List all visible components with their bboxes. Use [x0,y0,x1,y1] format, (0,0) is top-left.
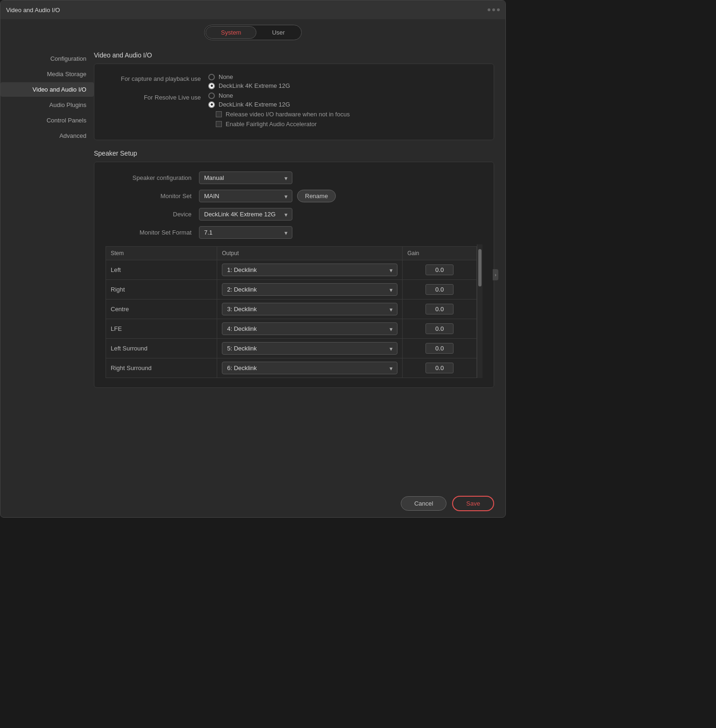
table-scrollbar[interactable] [477,244,482,378]
table-row: Centre3: Decklink [106,300,477,319]
table-row: Right2: Decklink [106,280,477,300]
output-select[interactable]: 4: Decklink [222,322,397,335]
dot3 [497,8,500,11]
scrollbar-thumb [478,249,482,286]
capture-none-radio[interactable] [208,74,215,80]
bottom-bar: Cancel Save [0,489,505,517]
table-row: Left1: Decklink [106,260,477,280]
monitor-format-row: Monitor Set Format 7.1 [106,226,482,239]
output-select-wrapper: 1: Decklink [222,264,397,276]
monitor-format-select[interactable]: 7.1 [199,226,292,239]
dot1 [488,8,490,11]
device-select[interactable]: DeckLink 4K Extreme 12G [199,208,292,221]
capture-decklink-option[interactable]: DeckLink 4K Extreme 12G [208,82,290,89]
stem-cell: LFE [106,319,217,339]
resolve-decklink-radio[interactable] [208,101,215,108]
capture-none-option[interactable]: None [208,73,290,80]
table-row: Right Surround6: Decklink [106,358,477,378]
resolve-decklink-option[interactable]: DeckLink 4K Extreme 12G [208,101,290,108]
output-select[interactable]: 3: Decklink [222,303,397,315]
stem-table-area: Stem Output Gain Left1: DecklinkRight2: … [106,244,482,378]
monitor-format-select-wrapper: 7.1 [199,226,292,239]
main-window: Video and Audio I/O System User Configur… [0,0,506,518]
resolve-none-option[interactable]: None [208,92,290,99]
output-select-wrapper: 6: Decklink [222,362,397,374]
capture-none-label: None [219,73,233,80]
gain-input[interactable] [425,264,454,275]
sidebar-item-configuration[interactable]: Configuration [0,51,94,66]
gain-input[interactable] [425,363,454,373]
output-select[interactable]: 1: Decklink [222,264,397,276]
sidebar-item-advanced[interactable]: Advanced [0,128,94,143]
col-output: Output [217,247,403,260]
sidebar-item-audio-plugins[interactable]: Audio Plugins [0,98,94,112]
resolve-none-radio[interactable] [208,93,215,99]
gain-cell [403,300,477,319]
stem-table: Stem Output Gain Left1: DecklinkRight2: … [106,246,477,378]
device-row: Device DeckLink 4K Extreme 12G [106,208,482,221]
speaker-setup-title: Speaker Setup [94,150,494,157]
output-select[interactable]: 2: Decklink [222,283,397,296]
output-select[interactable]: 6: Decklink [222,362,397,374]
release-video-row[interactable]: Release video I/O hardware when not in f… [216,111,482,118]
fairlight-checkbox[interactable] [216,121,222,127]
fairlight-row[interactable]: Enable Fairlight Audio Accelerator [216,121,482,128]
col-stem: Stem [106,247,217,260]
cancel-button[interactable]: Cancel [401,496,447,511]
sidebar-item-video-audio-io[interactable]: Video and Audio I/O [0,82,94,97]
output-select[interactable]: 5: Decklink [222,342,397,355]
table-row: Left Surround5: Decklink [106,339,477,358]
gain-cell [403,358,477,378]
gain-input[interactable] [425,343,454,354]
main-content: Configuration Media Storage Video and Au… [0,44,505,489]
tab-system[interactable]: System [206,26,256,39]
release-video-label: Release video I/O hardware when not in f… [226,111,350,118]
capture-radio-group: None DeckLink 4K Extreme 12G [208,73,290,89]
device-label: Device [106,211,199,218]
stem-cell: Centre [106,300,217,319]
output-cell: 2: Decklink [217,280,403,300]
monitor-set-row: Monitor Set MAIN Rename [106,190,482,202]
dot2 [492,8,495,11]
device-select-wrapper: DeckLink 4K Extreme 12G [199,208,292,221]
save-button[interactable]: Save [452,496,494,511]
output-cell: 3: Decklink [217,300,403,319]
capture-label: For capture and playback use [106,73,208,82]
output-cell: 1: Decklink [217,260,403,280]
monitor-set-label: Monitor Set [106,193,199,200]
resolve-live-radio-group: None DeckLink 4K Extreme 12G [208,92,290,108]
release-video-checkbox[interactable] [216,111,222,117]
speaker-config-select[interactable]: Manual [199,171,292,184]
window-title: Video and Audio I/O [6,7,60,14]
sidebar-item-control-panels[interactable]: Control Panels [0,113,94,128]
gain-input[interactable] [425,304,454,314]
stem-cell: Right Surround [106,358,217,378]
gain-cell [403,260,477,280]
rename-button[interactable]: Rename [297,190,336,202]
resolve-none-label: None [219,92,233,99]
fairlight-label: Enable Fairlight Audio Accelerator [226,121,317,128]
gain-cell [403,339,477,358]
gain-cell [403,280,477,300]
output-select-wrapper: 4: Decklink [222,322,397,335]
video-audio-section-title: Video and Audio I/O [94,51,494,59]
expand-arrow[interactable]: › [493,269,498,280]
gain-cell [403,319,477,339]
resolve-live-field-row: For Resolve Live use None DeckLink 4K Ex… [106,92,482,108]
capture-decklink-radio[interactable] [208,83,215,89]
gain-input[interactable] [425,323,454,334]
tabs-row: System User [0,19,505,44]
stem-table-container: Stem Output Gain Left1: DecklinkRight2: … [106,244,477,378]
speaker-config-row: Speaker configuration Manual [106,171,482,184]
stem-cell: Right [106,280,217,300]
output-cell: 4: Decklink [217,319,403,339]
gain-input[interactable] [425,284,454,295]
sidebar-item-media-storage[interactable]: Media Storage [0,67,94,81]
monitor-set-select[interactable]: MAIN [199,190,292,202]
resolve-decklink-label: DeckLink 4K Extreme 12G [219,101,290,108]
capture-decklink-label: DeckLink 4K Extreme 12G [219,82,290,89]
monitor-format-label: Monitor Set Format [106,229,199,236]
content-area: Video and Audio I/O For capture and play… [94,44,505,489]
output-select-wrapper: 2: Decklink [222,283,397,296]
tab-user[interactable]: User [256,26,300,39]
